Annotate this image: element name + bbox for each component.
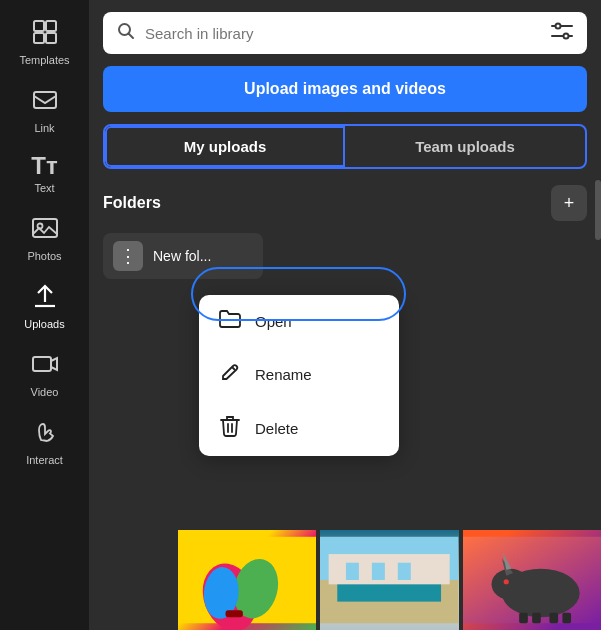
rename-icon bbox=[219, 362, 241, 387]
context-menu-delete[interactable]: Delete bbox=[199, 401, 399, 456]
tab-my-uploads[interactable]: My uploads bbox=[105, 126, 345, 167]
folders-title: Folders bbox=[103, 194, 161, 212]
sidebar-item-link-label: Link bbox=[34, 122, 54, 134]
thumbnail-1[interactable] bbox=[178, 530, 316, 630]
sidebar-item-text-label: Text bbox=[34, 182, 54, 194]
uploads-icon bbox=[31, 282, 59, 314]
context-menu: Open Rename Delete bbox=[199, 295, 399, 456]
tab-team-uploads[interactable]: Team uploads bbox=[345, 126, 585, 167]
thumbnails-row bbox=[178, 530, 601, 630]
svg-point-35 bbox=[503, 579, 508, 584]
svg-rect-28 bbox=[372, 563, 385, 580]
svg-rect-39 bbox=[562, 613, 571, 623]
svg-rect-1 bbox=[46, 21, 56, 31]
sidebar-item-uploads[interactable]: Uploads bbox=[0, 272, 89, 340]
text-icon: Tт bbox=[31, 154, 57, 178]
sidebar-item-uploads-label: Uploads bbox=[24, 318, 64, 330]
filter-icon[interactable] bbox=[551, 22, 573, 44]
search-input[interactable] bbox=[145, 25, 541, 42]
sidebar-item-link[interactable]: Link bbox=[0, 76, 89, 144]
delete-icon bbox=[219, 415, 241, 442]
dots-icon: ⋮ bbox=[119, 247, 137, 265]
sidebar-item-templates[interactable]: Templates bbox=[0, 8, 89, 76]
sidebar-item-photos-label: Photos bbox=[27, 250, 61, 262]
sidebar: Templates Link Tт Text Photos bbox=[0, 0, 89, 630]
search-bar bbox=[103, 12, 587, 54]
video-icon bbox=[31, 350, 59, 382]
svg-rect-27 bbox=[346, 563, 359, 580]
folder-name: New fol... bbox=[153, 248, 211, 264]
thumbnail-3[interactable] bbox=[463, 530, 601, 630]
sidebar-item-video-label: Video bbox=[31, 386, 59, 398]
main-content: Upload images and videos My uploads Team… bbox=[89, 0, 601, 630]
context-menu-rename-label: Rename bbox=[255, 366, 312, 383]
svg-line-15 bbox=[232, 367, 235, 370]
tabs: My uploads Team uploads bbox=[103, 124, 587, 169]
svg-rect-3 bbox=[46, 33, 56, 43]
open-folder-icon bbox=[219, 309, 241, 334]
svg-rect-2 bbox=[34, 33, 44, 43]
upload-button[interactable]: Upload images and videos bbox=[103, 66, 587, 112]
svg-line-10 bbox=[129, 34, 134, 39]
svg-rect-22 bbox=[226, 610, 243, 617]
context-menu-open[interactable]: Open bbox=[199, 295, 399, 348]
context-menu-open-label: Open bbox=[255, 313, 292, 330]
sidebar-item-templates-label: Templates bbox=[19, 54, 69, 66]
thumbnail-2[interactable] bbox=[320, 530, 458, 630]
folders-header: Folders + bbox=[103, 185, 587, 221]
sidebar-item-video[interactable]: Video bbox=[0, 340, 89, 408]
interact-icon bbox=[31, 418, 59, 450]
svg-rect-4 bbox=[34, 92, 56, 108]
svg-point-13 bbox=[556, 24, 561, 29]
add-folder-button[interactable]: + bbox=[551, 185, 587, 221]
templates-icon bbox=[31, 18, 59, 50]
context-menu-delete-label: Delete bbox=[255, 420, 298, 437]
link-icon bbox=[31, 86, 59, 118]
svg-rect-38 bbox=[549, 613, 558, 623]
svg-rect-0 bbox=[34, 21, 44, 31]
svg-rect-5 bbox=[33, 219, 57, 237]
svg-rect-37 bbox=[532, 613, 541, 623]
svg-point-14 bbox=[564, 34, 569, 39]
sidebar-item-photos[interactable]: Photos bbox=[0, 204, 89, 272]
svg-rect-36 bbox=[519, 613, 528, 623]
folder-dots-button[interactable]: ⋮ bbox=[113, 241, 143, 271]
context-menu-rename[interactable]: Rename bbox=[199, 348, 399, 401]
svg-rect-8 bbox=[33, 357, 51, 371]
folder-item[interactable]: ⋮ New fol... bbox=[103, 233, 263, 279]
photos-icon bbox=[31, 214, 59, 246]
sidebar-item-interact-label: Interact bbox=[26, 454, 63, 466]
sidebar-item-interact[interactable]: Interact bbox=[0, 408, 89, 476]
search-icon bbox=[117, 22, 135, 44]
svg-rect-29 bbox=[398, 563, 411, 580]
sidebar-item-text[interactable]: Tт Text bbox=[0, 144, 89, 204]
scrollbar[interactable] bbox=[595, 180, 601, 240]
